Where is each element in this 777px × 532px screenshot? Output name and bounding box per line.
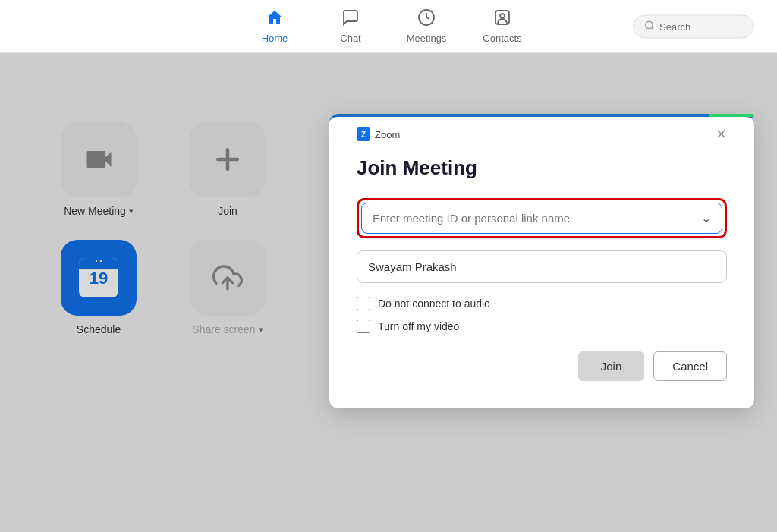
nav-items: Home Chat Meetings Contacts [252,8,525,44]
nav-item-home[interactable]: Home [252,8,297,44]
search-box[interactable] [633,14,754,38]
cancel-button[interactable]: Cancel [653,351,727,381]
modal-actions: Join Cancel [357,351,727,381]
join-button-modal[interactable]: Join [578,351,645,381]
search-icon [644,20,655,33]
name-input[interactable] [357,250,727,283]
contacts-label: Contacts [483,33,521,44]
video-checkbox-row: Turn off my video [357,320,727,333]
home-icon [266,8,284,31]
svg-line-4 [652,27,654,30]
svg-point-2 [500,14,505,18]
join-meeting-modal: Z Zoom ✕ Join Meeting ⌄ Do not connect t… [329,114,754,408]
contacts-icon [493,8,511,31]
meeting-id-highlight-wrapper: ⌄ [357,198,727,238]
modal-title: Join Meeting [357,156,727,180]
modal-titlebar: Z Zoom ✕ [357,127,727,141]
meeting-id-input-row[interactable]: ⌄ [361,203,722,234]
search-input[interactable] [659,20,743,32]
chat-label: Chat [340,33,360,44]
modal-overlay: Z Zoom ✕ Join Meeting ⌄ Do not connect t… [0,53,777,532]
video-checkbox-label[interactable]: Turn off my video [378,320,459,332]
modal-titlebar-left: Z Zoom [357,127,400,141]
audio-checkbox[interactable] [357,297,370,310]
nav-item-chat[interactable]: Chat [328,8,373,44]
svg-point-3 [646,21,653,28]
modal-close-button[interactable]: ✕ [716,127,727,141]
home-label: Home [262,33,288,44]
nav-item-contacts[interactable]: Contacts [480,8,525,44]
meeting-id-dropdown-icon[interactable]: ⌄ [701,211,711,225]
modal-app-name: Zoom [375,129,400,140]
meeting-id-input[interactable] [373,212,701,225]
video-checkbox[interactable] [357,320,370,333]
meetings-label: Meetings [407,33,447,44]
audio-checkbox-row: Do not connect to audio [357,297,727,310]
chat-icon [341,8,360,31]
audio-checkbox-label[interactable]: Do not connect to audio [378,297,490,310]
nav-item-meetings[interactable]: Meetings [404,8,449,44]
main-content: New Meeting ▾ Join 19 [0,53,777,532]
zoom-logo-icon: Z [357,127,370,141]
clock-icon [417,8,436,31]
top-navigation: Home Chat Meetings Contacts [0,0,777,53]
